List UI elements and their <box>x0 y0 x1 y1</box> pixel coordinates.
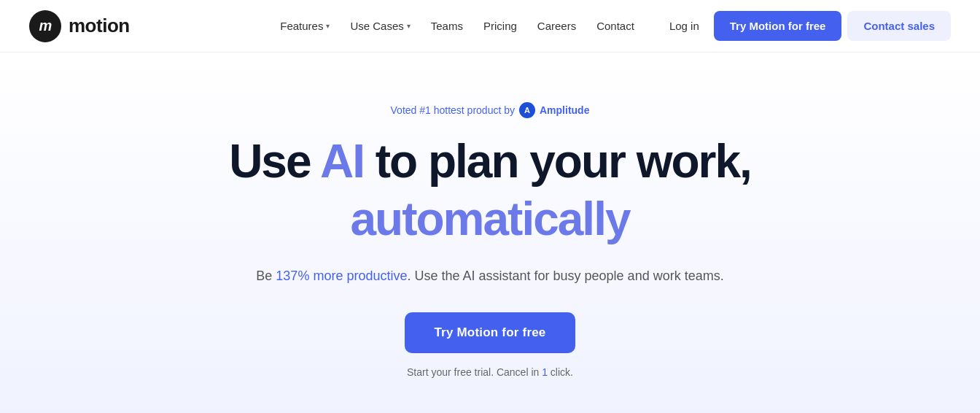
heading-ai: AI <box>320 135 364 188</box>
heading-line2: automatically <box>229 193 751 247</box>
features-chevron-icon: ▾ <box>326 22 330 30</box>
use-cases-chevron-icon: ▾ <box>407 22 411 30</box>
nav-pricing[interactable]: Pricing <box>475 14 526 38</box>
amplitude-label: Amplitude <box>540 104 589 116</box>
nav-links: Features ▾ Use Cases ▾ Teams Pricing Car… <box>271 14 643 38</box>
amplitude-icon: A <box>519 102 535 118</box>
hero-heading: Use AI to plan your work, automatically <box>229 136 751 267</box>
nav-teams[interactable]: Teams <box>422 14 472 38</box>
login-link[interactable]: Log in <box>661 14 708 38</box>
free-trial-end: click. <box>548 366 573 378</box>
contact-sales-button[interactable]: Contact sales <box>847 11 951 41</box>
try-motion-button-nav[interactable]: Try Motion for free <box>714 11 842 41</box>
logo-text: motion <box>69 15 130 37</box>
nav-use-cases[interactable]: Use Cases ▾ <box>341 14 419 38</box>
voted-badge: Voted #1 hottest product by A Amplitude <box>391 102 590 118</box>
free-trial-text: Start your free trial. Cancel in 1 click… <box>407 366 573 378</box>
heading-line1-end: to plan your work, <box>364 135 751 188</box>
navbar: m motion Features ▾ Use Cases ▾ Teams Pr… <box>0 0 980 53</box>
try-motion-button-hero[interactable]: Try Motion for free <box>405 312 575 353</box>
subtext-end: . Use the AI assistant for busy people a… <box>407 269 723 283</box>
hero-section: Voted #1 hottest product by A Amplitude … <box>0 53 980 413</box>
free-trial-highlight: 1 <box>542 366 548 378</box>
subtext-start: Be <box>256 269 276 283</box>
logo-link[interactable]: m motion <box>29 10 130 42</box>
nav-features[interactable]: Features ▾ <box>271 14 338 38</box>
productive-highlight: 137% more productive <box>276 269 407 283</box>
nav-actions: Log in Try Motion for free Contact sales <box>661 11 951 41</box>
hero-subtext: Be 137% more productive. Use the AI assi… <box>256 266 723 286</box>
free-trial-start: Start your free trial. Cancel in <box>407 366 542 378</box>
heading-line1-start: Use <box>229 135 320 188</box>
voted-text: Voted #1 hottest product by <box>391 104 515 116</box>
logo-icon: m <box>29 10 61 42</box>
nav-contact[interactable]: Contact <box>588 14 643 38</box>
nav-careers[interactable]: Careers <box>529 14 585 38</box>
